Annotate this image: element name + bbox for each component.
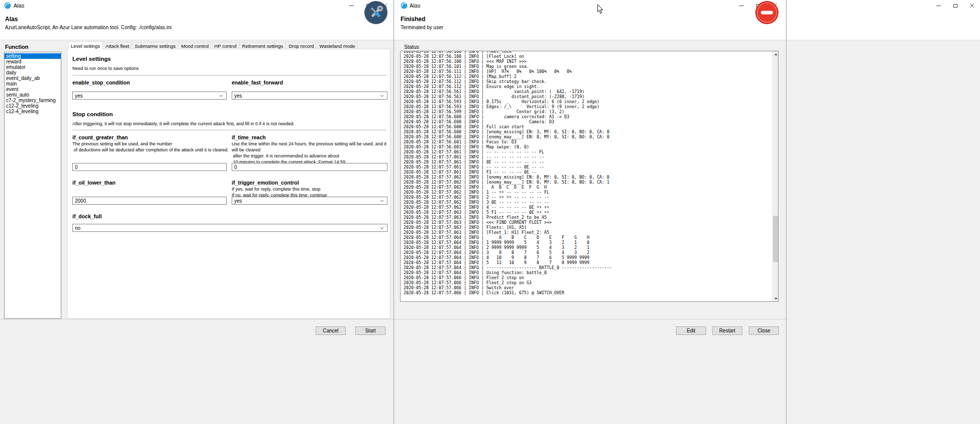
function-item-semi_auto[interactable]: semi_auto: [5, 92, 61, 98]
minimize-icon[interactable]: [733, 0, 750, 11]
maximize-icon[interactable]: [947, 0, 963, 11]
stopped-badge-icon: [755, 1, 778, 24]
log-line: 2020-05-28 12:07:56.112 | INFO | Skip st…: [404, 79, 771, 84]
tab-drop-record[interactable]: Drop record: [286, 42, 317, 49]
function-item-emulator[interactable]: emulator: [5, 64, 61, 70]
log-line: 2020-05-28 12:07:56.101 | INFO | Map is …: [404, 64, 771, 69]
function-item-c12-2_leveling[interactable]: c12-2_leveling: [5, 103, 61, 109]
log-line: 2020-05-28 12:07:56.561 | INFO | distant…: [404, 94, 771, 99]
log-line: 2020-05-28 12:07:57.066 | INFO | Fleet_2…: [404, 280, 771, 285]
close-icon[interactable]: [963, 0, 980, 11]
tab-retirement-settings[interactable]: Retirement settings: [240, 42, 286, 49]
log-line: 2020-05-28 12:07:57.061 | INFO | -- -- -…: [404, 149, 771, 154]
field-label: if_count_greater_than: [72, 134, 128, 140]
function-item-event_daily_ab[interactable]: event_daily_ab: [5, 75, 61, 81]
log-line: 2020-05-28 12:07:56.600 | INFO | Camera:…: [404, 119, 771, 124]
minimize-icon[interactable]: [930, 0, 947, 11]
chevron-down-icon: [380, 200, 384, 202]
log-line: 2020-05-28 12:07:57.062 | INFO | [enemy_…: [404, 180, 771, 185]
field-label: if_dock_full: [72, 213, 102, 219]
field-label: if_trigger_emotion_control: [232, 180, 299, 186]
screen: Alas Alas AzurLaneAutoScript, An Azur La…: [0, 0, 980, 424]
tab-level-settings[interactable]: Level settings: [68, 41, 103, 50]
log-box[interactable]: 2020-05-28 12:07:56.100 | INFO | fleet_l…: [400, 51, 778, 302]
function-list[interactable]: settingrewardemulatordailyevent_daily_ab…: [4, 52, 61, 319]
divider: [394, 319, 786, 319]
tab-hp-control[interactable]: HP control: [212, 42, 239, 49]
field-desc: Use the time within the next 24 hours, t…: [232, 141, 394, 165]
section-title: Stop condition: [72, 111, 113, 117]
log-line: 2020-05-28 12:07:56.600 | INFO | [enemy_…: [404, 129, 771, 134]
log-line: 2020-05-28 12:07:57.061 | INFO | -- -- -…: [404, 154, 771, 159]
tab-attack-fleet[interactable]: Attack fleet: [103, 42, 132, 49]
log-line: 2020-05-28 12:07:56.561 | INFO | vanish_…: [404, 89, 771, 94]
chevron-down-icon: [380, 95, 384, 97]
log-line: 2020-05-28 12:07:56.112 | INFO | Ensure …: [404, 84, 771, 89]
log-line: 2020-05-28 12:07:57.061 | INFO | F1 -- -…: [404, 169, 771, 175]
function-item-main[interactable]: main: [5, 81, 61, 87]
log-scrollbar[interactable]: [772, 51, 778, 301]
section-desc: After triggering, it will not stop immed…: [72, 121, 384, 127]
tools-badge-icon: [364, 1, 387, 24]
log-line: 2020-05-28 12:07:57.062 | INFO | 1 -- ++…: [404, 190, 771, 195]
log-line: 2020-05-28 12:07:57.062 | INFO | 3 0E --…: [404, 200, 771, 205]
log-line: 2020-05-28 12:07:56.593 | INFO | 0.175s …: [404, 99, 771, 104]
function-panel-label: Function: [5, 44, 28, 50]
tab-submarine-settings[interactable]: Submarine settings: [132, 42, 178, 49]
log-line: 2020-05-28 12:07:57.063 | INFO | <<< FIN…: [404, 220, 771, 225]
edit-button[interactable]: Edit: [676, 326, 706, 335]
log-line: 2020-05-28 12:07:56.112 | INFO | [Map_bu…: [404, 74, 771, 79]
log-line: 2020-05-28 12:07:56.100 | INFO | <<< MAP…: [404, 59, 771, 64]
log-line: 2020-05-28 12:07:57.064 | INFO | A B C D…: [404, 235, 771, 240]
function-item-c12-4_leveling[interactable]: c12-4_leveling: [5, 109, 61, 114]
scroll-up-icon[interactable]: [773, 51, 778, 57]
log-line: 2020-05-28 12:07:57.061 | INFO | -- -- -…: [404, 164, 771, 169]
function-item-daily[interactable]: daily: [5, 70, 61, 75]
function-item-event[interactable]: event: [5, 87, 61, 92]
log-line: 2020-05-28 12:07:57.063 | INFO | Fleets:…: [404, 225, 771, 230]
section-desc: Need to run once to save options: [72, 65, 273, 71]
function-item-setting[interactable]: setting: [5, 53, 61, 59]
scrollbar-thumb[interactable]: [773, 216, 778, 262]
if-dock-full-select[interactable]: no: [72, 224, 387, 232]
status-subtitle: Terminated by user: [401, 25, 443, 30]
if-time-reach-input[interactable]: [232, 163, 387, 171]
app-logo-icon: [401, 2, 408, 11]
cancel-button[interactable]: Cancel: [316, 326, 346, 335]
field-label: if_time_reach: [232, 134, 266, 140]
tab-mood-control[interactable]: Mood control: [178, 42, 212, 49]
scroll-down-icon[interactable]: [773, 296, 778, 301]
log-line: 2020-05-28 12:07:57.061 | INFO | 0E -- -…: [404, 159, 771, 164]
status-group-label: Status: [404, 44, 419, 50]
app-logo-icon: [4, 2, 11, 11]
log-line: 2020-05-28 12:07:57.064 | INFO | 2 9999 …: [404, 245, 771, 250]
start-button[interactable]: Start: [355, 326, 385, 335]
enable-fast-forward-select[interactable]: yes: [232, 92, 387, 100]
if-trigger-emotion-control-select[interactable]: yes: [232, 197, 387, 205]
log-line: 2020-05-28 12:07:57.064 | INFO | 3 9 8 7…: [404, 250, 771, 255]
alas-settings-window: Alas Alas AzurLaneAutoScript, An Azur La…: [0, 0, 394, 424]
right-titlebar[interactable]: Alas: [394, 0, 786, 11]
restart-button[interactable]: Restart: [712, 326, 742, 335]
minimize-icon[interactable]: [343, 0, 360, 11]
select-value: yes: [234, 93, 242, 99]
function-item-reward[interactable]: reward: [5, 59, 61, 64]
log-line: 2020-05-28 12:07:56.600 | INFO | Full sc…: [404, 124, 771, 129]
log-line: 2020-05-28 12:07:56.600 | INFO | [enemy_…: [404, 134, 771, 139]
log-line: 2020-05-28 12:07:57.064 | INFO | Using f…: [404, 270, 771, 275]
divider: [72, 130, 386, 130]
log-line: 2020-05-28 12:07:57.063 | INFO | [Fleet_…: [404, 230, 771, 235]
function-item-c7-2_mystery_farming[interactable]: c7-2_mystery_farming: [5, 98, 61, 103]
divider: [72, 75, 386, 75]
tab-wasteland-mode[interactable]: Wasteland mode: [317, 42, 358, 49]
window-title: Alas: [14, 3, 24, 9]
left-titlebar[interactable]: Alas: [0, 0, 394, 11]
enable-stop-condition-select[interactable]: yes: [72, 92, 227, 100]
log-line: 2020-05-28 12:07:57.062 | INFO | A B C D…: [404, 185, 771, 190]
log-line: 2020-05-28 12:07:57.064 | INFO | -------…: [404, 265, 771, 270]
if-count-greater-than-input[interactable]: [72, 163, 227, 171]
select-value: no: [75, 225, 80, 231]
close-button[interactable]: Close: [749, 326, 779, 335]
if-oil-lower-than-input[interactable]: [72, 197, 227, 205]
tab-bar: Level settingsAttack fleetSubmarine sett…: [68, 41, 358, 50]
